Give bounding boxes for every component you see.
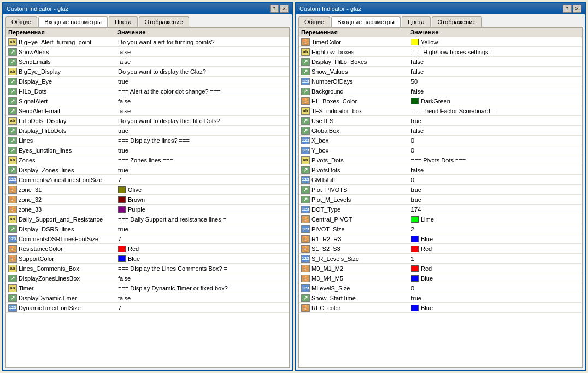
table-row[interactable]: ↗SendEmailsfalse [6,57,289,67]
table-row[interactable]: ↗SignalAlertfalse [6,96,289,106]
table-row[interactable]: abBigEye_Alert_turning_pointDo you want … [6,37,289,47]
table-row[interactable]: ↗Display_Zones_linestrue [6,165,289,175]
tab-3[interactable]: Отображение [139,16,189,27]
close-button[interactable]: ✕ [573,5,581,13]
value-text: Blue [421,275,433,282]
color-icon: 🎨 [301,38,310,46]
help-button[interactable]: ? [270,5,279,13]
value-text: Do you want alert for turning points? [118,39,215,45]
table-row[interactable]: abLines_Comments_Box=== Display the Line… [6,264,289,273]
table-row[interactable]: 🎨M0_M1_M2Red [299,264,582,273]
tab-2[interactable]: Цвета [109,16,138,27]
window-title: Custom Indicator - glaz [299,5,361,12]
table-row[interactable]: 🎨REC_colorBlue [299,303,582,313]
table-row[interactable]: 🎨SupportColorBlue [6,254,289,264]
color-swatch [118,186,126,193]
table-row[interactable]: 123PIVOT_Size2 [299,224,582,234]
table-row[interactable]: 123NumberOfDays50 [299,77,582,86]
table-row[interactable]: 🎨M3_M4_M5Blue [299,273,582,283]
table-row[interactable]: 🎨TimerColorYellow [299,37,582,47]
table-row[interactable]: ↗DisplayZonesLinesBoxfalse [6,273,289,283]
val-cell: 2 [411,226,580,232]
table-row[interactable]: 123CommentsZonesLinesFontSize7 [6,175,289,185]
table-row[interactable]: 123DynamicTimerFontSize7 [6,303,289,313]
val-cell: true [118,78,287,85]
table-row[interactable]: ↗Lines=== Display the lines? === [6,136,289,145]
content-area: ПеременнаяЗначение🎨TimerColorYellowabHig… [298,27,583,368]
table-row[interactable]: abTimer=== Display Dynamic Timer or fixe… [6,283,289,293]
table-row[interactable]: ↗PivotsDotsfalse [299,165,582,175]
table-row[interactable]: 123X_box0 [299,136,582,145]
tab-0[interactable]: Общие [298,16,330,27]
table-row[interactable]: 123MLevelS_Size0 [299,283,582,293]
table-row[interactable]: ↗Plot_PIVOTStrue [299,185,582,195]
val-cell: Do you want alert for turning points? [118,39,287,45]
num-icon: 123 [301,147,310,154]
table-row[interactable]: 123S_R_Levels_Size1 [299,254,582,264]
table-row[interactable]: abBigEye_DisplayDo you want to display t… [6,67,289,77]
table-row[interactable]: ↗Display_DSRS_linestrue [6,224,289,234]
table-row[interactable]: 🎨zone_32Brown [6,195,289,205]
value-text: 1 [411,255,414,262]
table-row[interactable]: abPivots_Dots=== Pivots Dots === [299,155,582,165]
table-row[interactable]: ↗Show_StartTimetrue [299,293,582,303]
table-row[interactable]: abHiLoDots_DisplayDo you want to display… [6,116,289,126]
value-text: false [411,88,424,95]
table-row[interactable]: ↗ShowAlertsfalse [6,47,289,57]
table-row[interactable]: 123CommentsDSRLinesFontSize7 [6,234,289,244]
var-name: SendAlertEmail [19,108,118,114]
table-row[interactable]: 🎨zone_33Purple [6,205,289,214]
val-cell: === Zones lines === [118,157,287,164]
table-row[interactable]: abHighLow_boxes=== High/Low boxes settin… [299,47,582,57]
table-row[interactable]: ↗HiLo_Dots=== Alert at the color dot cha… [6,86,289,96]
table-row[interactable]: 🎨Central_PIVOTLime [299,214,582,224]
value-text: === Display Dynamic Timer or fixed box? [118,285,228,292]
color-swatch [118,255,126,262]
value-text: true [118,167,128,173]
arrow-icon: ↗ [8,78,17,85]
var-name: HiLoDots_Display [19,118,118,124]
table-row[interactable]: 🎨S1_S2_S3Red [299,244,582,254]
table-row[interactable]: 🎨HL_Boxes_ColorDarkGreen [299,96,582,106]
var-name: DOT_Type [311,206,411,213]
table-row[interactable]: abDaily_Support_and_Resistance=== Daily … [6,214,289,224]
tabs-bar: ОбщиеВходные параметрыЦветаОтображение [3,14,292,27]
num-icon: 123 [301,206,310,213]
var-name: ResistanceColor [19,246,118,252]
var-name: HiLo_Dots [19,88,118,95]
val-cell: true [118,167,287,173]
table-row[interactable]: ↗SendAlertEmailfalse [6,106,289,116]
val-cell: true [411,295,580,301]
close-button[interactable]: ✕ [280,5,289,13]
table-row[interactable]: ↗Display_Eyetrue [6,77,289,86]
table-row[interactable]: abZones=== Zones lines === [6,155,289,165]
table-row[interactable]: 123GMTshift0 [299,175,582,185]
table-row[interactable]: ↗Show_Valuesfalse [299,67,582,77]
table-row[interactable]: ↗Plot_M_Levelstrue [299,195,582,205]
value-text: Blue [421,305,433,311]
table-row[interactable]: ↗Display_HiLo_Boxesfalse [299,57,582,67]
table-row[interactable]: 123Y_box0 [299,145,582,155]
table-row[interactable]: ↗Display_HiLoDotstrue [6,126,289,136]
table-row[interactable]: 123DOT_Type174 [299,205,582,214]
table-row[interactable]: 🎨R1_R2_R3Blue [299,234,582,244]
val-cell: Blue [411,236,580,242]
value-text: 0 [411,147,414,154]
table-row[interactable]: ↗Eyes_junction_linestrue [6,145,289,155]
table-row[interactable]: 🎨ResistanceColorRed [6,244,289,254]
tab-1[interactable]: Входные параметры [331,16,401,27]
table-row[interactable]: ↗GlobalBoxfalse [299,126,582,136]
table-row[interactable]: ↗UseTFStrue [299,116,582,126]
tab-3[interactable]: Отображение [432,16,482,27]
table-row[interactable]: ↗DisplayDynamicTimerfalse [6,293,289,303]
tab-0[interactable]: Общие [5,16,37,27]
num-icon: 123 [301,176,310,184]
tab-2[interactable]: Цвета [402,16,431,27]
table-row[interactable]: 🎨zone_31Olive [6,185,289,195]
tab-1[interactable]: Входные параметры [38,16,108,27]
help-button[interactable]: ? [563,5,572,13]
table-row[interactable]: ↗Backgroundfalse [299,86,582,96]
window-1: Custom Indicator - glaz ? ✕ ОбщиеВходные… [295,2,586,371]
table-row[interactable]: abTFS_indicator_box=== Trend Factor Scor… [299,106,582,116]
var-name: GlobalBox [311,127,411,134]
